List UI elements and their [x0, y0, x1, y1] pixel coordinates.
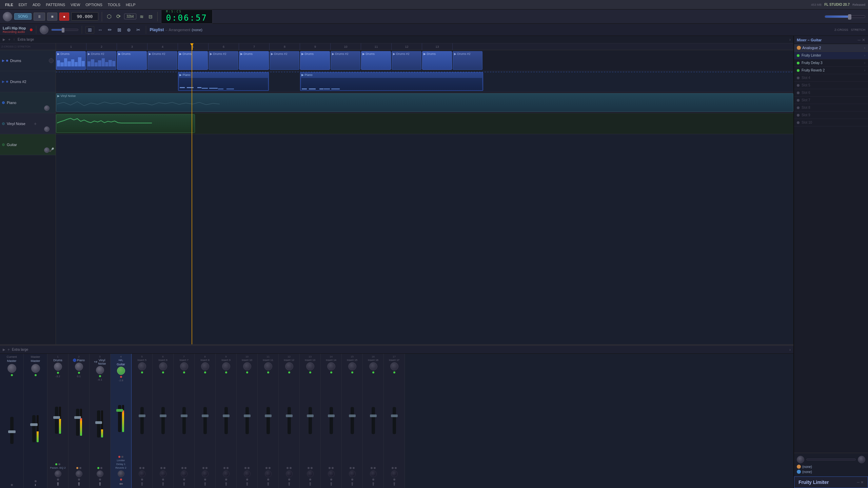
grid-button[interactable]: ⊞	[85, 26, 94, 34]
menu-view[interactable]: VIEW	[68, 2, 82, 8]
clip-piano-2[interactable]: ▶ Piano	[300, 72, 483, 91]
fx-slot-fruity-limiter[interactable]: Fruity Limiter ›	[794, 52, 868, 59]
clip-drums2-2[interactable]: ▶ Drums #2	[147, 51, 177, 70]
clip-drums2-3[interactable]: ▶ Drums #2	[209, 51, 238, 70]
loop-icon[interactable]: ⟳	[115, 13, 122, 20]
menu-help[interactable]: HELP	[123, 2, 138, 8]
clip-drums-5[interactable]: ▶ Drums	[300, 51, 330, 70]
clip-drums2-6[interactable]: ▶ Drums #2	[392, 51, 421, 70]
mixer-add-btn[interactable]: +	[7, 347, 10, 352]
fx-instrument-name[interactable]: Analogue 2 ›	[794, 44, 868, 52]
menu-file[interactable]: FILE	[3, 2, 16, 8]
waveform-icon[interactable]: ≋	[138, 13, 145, 20]
clip-drums-6[interactable]: ▶ Drums	[361, 51, 391, 70]
send-knob-l[interactable]	[797, 456, 804, 463]
main-volume-knob[interactable]	[40, 25, 48, 34]
mixer-icon[interactable]: ⊟	[147, 13, 154, 20]
record-button[interactable]: ●	[59, 13, 69, 21]
pause-button[interactable]: ⏸	[34, 13, 45, 21]
fx-slot-fruity-delay[interactable]: Fruity Delay 3 ›	[794, 59, 868, 67]
channel-current[interactable]: Current Master	[0, 354, 24, 488]
fl-minimize[interactable]: ─	[857, 480, 860, 485]
fl-close[interactable]: ✕	[861, 480, 864, 485]
track-label-drums[interactable]: ▶ Drums	[0, 50, 56, 71]
mixer-panel-btn[interactable]: ▶	[3, 348, 5, 351]
track-label-drums2[interactable]: ▶ Drums #2	[0, 71, 56, 92]
pitch-icon[interactable]: ⬡	[105, 13, 113, 20]
fx-close-btn[interactable]: ✕	[862, 38, 865, 42]
channel-insert-13[interactable]: 13 Insert 13	[300, 354, 321, 488]
fruity-limiter-window[interactable]: Fruity Limiter ─ ✕	[794, 476, 868, 488]
song-button[interactable]: SONG	[14, 13, 32, 20]
playhead[interactable]	[192, 43, 193, 50]
send-knob-r[interactable]	[858, 456, 865, 463]
bpm-display[interactable]: 90.000	[71, 12, 98, 21]
clip-drums2-5[interactable]: ▶ Drums #2	[331, 51, 360, 70]
clip-vinyl-1[interactable]: ▶ Vinyl Noise	[56, 93, 793, 112]
fx-enable-fruity-reverb[interactable]	[797, 69, 800, 72]
playlist-play-btn[interactable]: ▶	[1, 38, 7, 41]
channel-insert-8[interactable]: 8 Insert 8	[195, 354, 216, 488]
clip-piano-1[interactable]: ▶ Piano	[178, 72, 269, 91]
fx-slot-5[interactable]: Slot 5	[794, 82, 868, 89]
channel-insert-16[interactable]: 16 Insert 16	[363, 354, 384, 488]
clip-guitar-1[interactable]	[56, 114, 195, 133]
track-label-guitar[interactable]: Guitar 🎤	[0, 134, 56, 155]
clip-drums-2[interactable]: ▶ Drums	[117, 51, 147, 70]
menu-edit[interactable]: EDIT	[16, 2, 29, 8]
track-label-piano[interactable]: Piano	[0, 92, 56, 113]
channel-insert-12[interactable]: 12 Insert 12	[279, 354, 300, 488]
guitar-volume-knob[interactable]	[44, 147, 50, 153]
clip-drums2-4[interactable]: ▶ Drums #2	[270, 51, 299, 70]
clip-drums2-1[interactable]: ▶ Drums #2	[86, 51, 116, 70]
fx-slot-9[interactable]: Slot 9	[794, 111, 868, 119]
mixer-scroll-right[interactable]: ›	[789, 347, 791, 352]
channel-insert-7[interactable]: 7 Insert 7	[174, 354, 195, 488]
channel-insert-5[interactable]: 5 Insert 5	[132, 354, 153, 488]
bit-mode[interactable]: 32bit	[124, 14, 136, 19]
clip-drums-4[interactable]: ▶ Drums	[239, 51, 269, 70]
channel-insert-6[interactable]: 6 Insert 6	[153, 354, 174, 488]
menu-patterns[interactable]: PATTERNS	[43, 2, 67, 8]
fx-slot-7[interactable]: Slot 7	[794, 97, 868, 104]
channel-master[interactable]: Master Master	[24, 354, 47, 488]
channel-vinyl[interactable]: 3 +#VinylNoise -6.1	[90, 354, 111, 488]
draw-button[interactable]: ✏	[106, 26, 114, 33]
channel-insert-11[interactable]: 11 Insert 11	[258, 354, 279, 488]
fx-slot-fruity-reverb[interactable]: Fruity Reverb 2 ›	[794, 67, 868, 74]
playlist-move-up-btn[interactable]: ↑	[12, 38, 16, 41]
clip-drums2-7[interactable]: ▶ Drums #2	[453, 51, 482, 70]
channel-guitar[interactable]: 4 +#↓ Guitar -2.8	[111, 354, 132, 488]
master-volume-slider[interactable]	[825, 15, 865, 18]
select-button[interactable]: ⊠	[115, 26, 123, 33]
clip-drums-1[interactable]: ▶ Drums	[56, 51, 86, 70]
stop-button[interactable]: ■	[47, 13, 57, 21]
channel-insert-9[interactable]: 9 Insert 9	[216, 354, 237, 488]
fx-enable-fruity-delay[interactable]	[797, 62, 800, 64]
menu-add[interactable]: ADD	[30, 2, 43, 8]
channel-drums[interactable]: 1 Drums -3.2	[47, 354, 68, 488]
zoom-button[interactable]: ⊕	[125, 26, 133, 33]
fx-slot-8[interactable]: Slot 8	[794, 104, 868, 111]
fx-enable-fruity-limiter[interactable]	[797, 54, 800, 57]
clip-drums-3[interactable]: ▶ Drums	[178, 51, 208, 70]
fx-minimize-btn[interactable]: ─	[857, 38, 861, 42]
channel-insert-14[interactable]: 14 Insert 14	[321, 354, 342, 488]
vinyl-volume-knob[interactable]	[44, 126, 50, 132]
channel-insert-17[interactable]: 17 Insert 17	[384, 354, 405, 488]
move-button[interactable]: ↔	[96, 26, 104, 33]
piano-volume-knob[interactable]	[44, 105, 50, 111]
channel-insert-10[interactable]: 10 Insert 10	[237, 354, 258, 488]
channel-piano[interactable]: 2 Piano 0.1	[68, 354, 90, 488]
fx-slot-4[interactable]: Slot 4	[794, 74, 868, 82]
fx-slot-10[interactable]: Slot 10	[794, 119, 868, 126]
fx-slot-6[interactable]: Slot 6	[794, 89, 868, 97]
send-slider[interactable]	[806, 459, 856, 461]
track-label-vinyl[interactable]: Vinyl Noise +	[0, 113, 56, 134]
channel-insert-15[interactable]: 15 Insert 15	[342, 354, 363, 488]
mode-knob[interactable]	[3, 12, 12, 21]
playlist-add-btn[interactable]: +	[7, 37, 12, 42]
menu-tools[interactable]: TOOLS	[105, 2, 123, 8]
scroll-right-btn[interactable]: ›	[788, 37, 792, 42]
menu-options[interactable]: OPTIONS	[83, 2, 105, 8]
